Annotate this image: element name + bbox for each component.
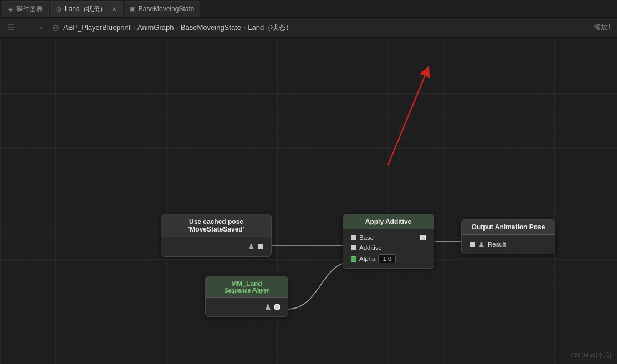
node-apply-additive[interactable]: Apply Additive Base Additive Alpha 1.0 bbox=[343, 214, 434, 269]
tab-land-state-label: Land（状态） bbox=[65, 4, 106, 14]
tab-event-graph[interactable]: ◈ 事件图表 bbox=[2, 1, 49, 17]
node-mm-land-body: ♟ bbox=[206, 298, 288, 316]
apply-additive-additive-row: Additive bbox=[348, 243, 429, 253]
breadcrumb-sep-2: › bbox=[243, 23, 246, 32]
output-result-label: Result bbox=[488, 241, 506, 248]
breadcrumb-item-1[interactable]: AnimGraph bbox=[137, 23, 174, 32]
forward-button[interactable]: → bbox=[34, 22, 46, 33]
output-result-pin bbox=[470, 242, 475, 247]
node-mm-land[interactable]: MM_Land Sequence Player ♟ bbox=[205, 276, 288, 317]
apply-additive-alpha-value[interactable]: 1.0 bbox=[378, 254, 396, 263]
mm-land-out-pin bbox=[274, 304, 280, 310]
breadcrumb-logo-icon: ◎ bbox=[53, 23, 59, 32]
breadcrumb-item-3[interactable]: Land（状态） bbox=[248, 23, 293, 33]
land-state-icon: ◎ bbox=[56, 6, 62, 13]
apply-additive-base-row: Base bbox=[348, 233, 429, 243]
tab-event-graph-label: 事件图表 bbox=[16, 4, 43, 14]
node-mm-land-header: MM_Land Sequence Player bbox=[206, 276, 288, 298]
output-result-row: ♟ Result bbox=[466, 238, 550, 250]
apply-additive-out-pin bbox=[420, 235, 426, 240]
tab-land-state[interactable]: ◎ Land（状态） ✕ bbox=[50, 1, 123, 17]
breadcrumb-bar: ☰ ← → ◎ ABP_PlayerBlueprint › AnimGraph … bbox=[0, 18, 617, 38]
cached-pose-out-pin bbox=[258, 244, 263, 249]
breadcrumb-item-2[interactable]: BaseMoveingState bbox=[181, 23, 241, 32]
anim-graph-canvas[interactable]: Use cached pose 'MoveStateSaved' ♟ Apply… bbox=[0, 38, 617, 364]
breadcrumb-sep-0: › bbox=[132, 23, 135, 32]
zoom-label: 缩放1 bbox=[594, 23, 611, 32]
apply-additive-alpha-label: Alpha bbox=[359, 255, 375, 262]
tab-land-state-close[interactable]: ✕ bbox=[112, 6, 116, 12]
event-graph-icon: ◈ bbox=[8, 6, 13, 13]
node-mm-land-title: MM_Land bbox=[211, 280, 282, 288]
node-cached-pose[interactable]: Use cached pose 'MoveStateSaved' ♟ bbox=[161, 214, 272, 257]
mm-land-out-row: ♟ bbox=[210, 301, 283, 313]
apply-additive-additive-in bbox=[351, 245, 356, 250]
node-output-pose[interactable]: Output Animation Pose ♟ Result bbox=[461, 219, 555, 254]
breadcrumb-nav: ☰ ← → bbox=[6, 22, 46, 33]
back-button[interactable]: ← bbox=[19, 22, 32, 33]
node-mm-land-subtitle: Sequence Player bbox=[211, 288, 282, 294]
apply-additive-additive-label: Additive bbox=[359, 244, 382, 251]
output-figure: ♟ bbox=[478, 240, 485, 249]
breadcrumb-item-0[interactable]: ABP_PlayerBlueprint bbox=[63, 23, 130, 32]
apply-additive-alpha-row: Alpha 1.0 bbox=[348, 253, 429, 265]
base-moving-icon: ▣ bbox=[130, 6, 135, 13]
node-output-pose-body: ♟ Result bbox=[462, 235, 555, 254]
breadcrumb-sep-1: › bbox=[176, 23, 179, 32]
apply-additive-base-label: Base bbox=[359, 234, 374, 241]
svg-line-1 bbox=[388, 71, 427, 165]
node-cached-pose-header: Use cached pose 'MoveStateSaved' bbox=[161, 214, 271, 237]
tab-bar: ◈ 事件图表 ◎ Land（状态） ✕ ▣ BaseMoveingState bbox=[0, 0, 617, 18]
node-apply-additive-body: Base Additive Alpha 1.0 bbox=[343, 229, 434, 268]
apply-additive-alpha-pin bbox=[351, 256, 356, 262]
node-output-pose-header: Output Animation Pose bbox=[462, 220, 555, 235]
node-cached-pose-body: ♟ bbox=[161, 237, 271, 256]
menu-button[interactable]: ☰ bbox=[6, 22, 17, 33]
mm-land-figure: ♟ bbox=[264, 303, 272, 311]
cached-pose-pin-row: ♟ bbox=[166, 240, 267, 253]
connections-overlay bbox=[0, 38, 617, 364]
watermark: CSDN @[小瓜] bbox=[570, 351, 611, 360]
cached-pose-figure: ♟ bbox=[248, 242, 255, 251]
apply-additive-base-in bbox=[351, 235, 356, 240]
node-apply-additive-header: Apply Additive bbox=[343, 214, 434, 229]
tab-base-moving[interactable]: ▣ BaseMoveingState bbox=[124, 1, 201, 17]
tab-base-moving-label: BaseMoveingState bbox=[139, 5, 195, 13]
